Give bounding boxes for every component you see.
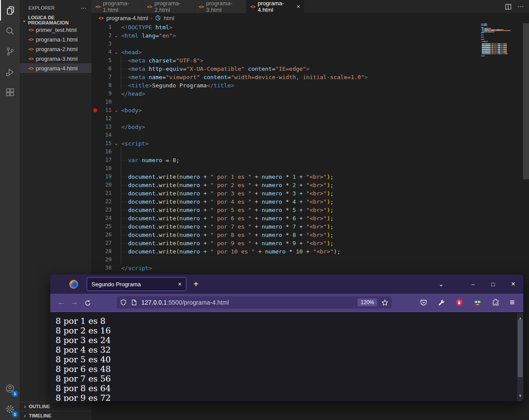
breakpoint-gutter[interactable] — [91, 31, 98, 40]
breadcrumb-symbol[interactable]: html — [164, 15, 175, 21]
code-line[interactable]: 7··<meta·name="viewport"·content="width=… — [91, 73, 529, 81]
breakpoint-gutter[interactable] — [91, 206, 98, 214]
code-line[interactable]: 28··document.write(numero·+·"·por·10·es·… — [91, 247, 529, 256]
breakpoint-gutter[interactable] — [91, 48, 98, 56]
zoom-level-badge[interactable]: 120% — [357, 299, 377, 306]
breakpoint-gutter[interactable] — [91, 239, 98, 247]
breakpoint-gutter[interactable] — [91, 40, 98, 48]
code-line[interactable]: 5··<meta·charset="UTF-8"> — [91, 56, 529, 65]
fold-chevron-icon[interactable]: ⌄ — [112, 139, 121, 148]
code-line[interactable]: 10 — [91, 98, 529, 106]
forward-button[interactable]: → — [68, 298, 81, 307]
breakpoint-gutter[interactable] — [91, 173, 98, 181]
browser-scrollbar[interactable]: ∧ ∨ — [517, 313, 523, 401]
breakpoint-gutter[interactable] — [91, 115, 98, 123]
source-control-icon[interactable] — [0, 41, 20, 62]
code-line[interactable]: 17··var·numero·=·8; — [91, 156, 529, 164]
file-item[interactable]: <>primer_test.html — [20, 25, 91, 35]
breakpoint-gutter[interactable] — [91, 189, 98, 198]
breakpoint-gutter[interactable] — [91, 148, 98, 156]
fold-chevron-icon[interactable]: ⌄ — [112, 31, 121, 40]
pocket-icon[interactable] — [420, 299, 427, 306]
code-line[interactable]: 8··<title>Segundo·Programa</title> — [91, 81, 529, 90]
scroll-down-icon[interactable]: ∨ — [517, 391, 523, 400]
code-line[interactable]: 12 — [91, 115, 529, 123]
code-editor[interactable]: 1<!DOCTYPE·html>2⌄<html·lang="en">34⌄<he… — [91, 23, 529, 272]
page-info-icon[interactable] — [131, 299, 137, 306]
url-text[interactable]: 127.0.0.1:5500/programa-4.html — [141, 299, 229, 306]
outline-section[interactable]: › OUTLINE — [20, 402, 91, 411]
code-line[interactable]: 13</body> — [91, 123, 529, 131]
breakpoint-gutter[interactable] — [91, 247, 98, 256]
editor-tab[interactable]: <>programa-3.html — [195, 0, 246, 13]
breakpoint-gutter[interactable] — [91, 65, 98, 73]
code-line[interactable]: 14 — [91, 131, 529, 139]
editor-tab[interactable]: <>programa-2.html — [143, 0, 195, 13]
code-line[interactable]: 11⌄<body> — [91, 106, 529, 115]
code-line[interactable]: 15⌄<script> — [91, 139, 529, 148]
code-line[interactable]: 26··document.write(numero·+·"·por·8·es·"… — [91, 231, 529, 239]
breadcrumb-file[interactable]: programa-4.html — [106, 15, 148, 21]
code-line[interactable]: 6··<meta·http-equiv="X-UA-Compatible"·co… — [91, 65, 529, 73]
list-tabs-icon[interactable]: ⌄ — [438, 281, 444, 288]
mask-extension-icon[interactable] — [473, 299, 482, 307]
code-line[interactable]: 22··document.write(numero·+·"·por·4·es·"… — [91, 198, 529, 206]
code-line[interactable]: 1<!DOCTYPE·html> — [91, 23, 529, 31]
file-item[interactable]: <>programa-1.html — [20, 35, 91, 44]
breakpoint-gutter[interactable] — [91, 198, 98, 206]
extensions-icon[interactable] — [0, 82, 20, 103]
menu-hamburger-icon[interactable]: ≡ — [510, 298, 515, 307]
breakpoint-gutter[interactable] — [91, 131, 98, 139]
url-bar[interactable]: 127.0.0.1:5500/programa-4.html 120% — [117, 296, 392, 309]
breakpoint-gutter[interactable] — [91, 123, 98, 131]
breakpoint-gutter[interactable] — [91, 90, 98, 98]
devtools-wrench-icon[interactable] — [438, 299, 445, 306]
bookmark-star-icon[interactable] — [381, 299, 389, 306]
editor-tab[interactable]: <>programa-4.html× — [246, 0, 305, 13]
close-window-button[interactable]: × — [503, 280, 523, 288]
explorer-more-icon[interactable]: ⋯ — [81, 4, 87, 11]
reload-button[interactable] — [81, 299, 94, 307]
settings-gear-icon[interactable]: 1 — [0, 399, 20, 419]
breakpoint-gutter[interactable] — [91, 256, 98, 264]
breakpoint-gutter[interactable] — [91, 214, 98, 222]
code-line[interactable]: 18 — [91, 164, 529, 173]
code-line[interactable]: 19··document.write(numero·+·"·por·1·es·"… — [91, 173, 529, 181]
split-editor-icon[interactable] — [504, 3, 512, 10]
security-extension-icon[interactable] — [455, 299, 463, 307]
breakpoint-gutter[interactable] — [91, 222, 98, 231]
breakpoint-gutter[interactable] — [91, 56, 98, 65]
code-line[interactable]: 2⌄<html·lang="en"> — [91, 31, 529, 40]
breakpoint-gutter[interactable] — [91, 264, 98, 272]
breakpoint-gutter[interactable] — [91, 73, 98, 81]
fold-chevron-icon[interactable]: ⌄ — [112, 106, 121, 115]
breakpoint-gutter[interactable] — [91, 164, 98, 173]
code-line[interactable]: 25··document.write(numero·+·"·por·7·es·"… — [91, 222, 529, 231]
editor-scrollbar[interactable] — [523, 23, 529, 179]
breakpoint-gutter[interactable] — [91, 139, 98, 148]
more-actions-icon[interactable]: ⋯ — [517, 3, 524, 10]
code-line[interactable]: 9</head> — [91, 90, 529, 98]
folder-row[interactable]: ⌄ LOGICA DE PROGRAMACION — [20, 15, 91, 25]
editor-tab[interactable]: <>programa-1.html — [91, 0, 143, 13]
breakpoint-indicator[interactable] — [91, 106, 98, 115]
breadcrumb[interactable]: <> programa-4.html › html — [91, 13, 529, 23]
breakpoint-gutter[interactable] — [91, 156, 98, 164]
code-line[interactable]: 20··document.write(numero·+·"·por·2·es·"… — [91, 181, 529, 189]
breakpoint-gutter[interactable] — [91, 231, 98, 239]
minimize-button[interactable]: – — [463, 281, 483, 288]
file-item[interactable]: <>programa-4.html — [20, 63, 91, 73]
code-line[interactable]: 3 — [91, 40, 529, 48]
code-line[interactable]: 30</script> — [91, 264, 529, 272]
browser-tab[interactable]: Segundo Programa × — [87, 277, 186, 291]
code-line[interactable]: 16 — [91, 148, 529, 156]
code-line[interactable]: 4⌄<head> — [91, 48, 529, 56]
breakpoint-gutter[interactable] — [91, 181, 98, 189]
scrollbar-thumb[interactable] — [518, 319, 523, 377]
breakpoint-gutter[interactable] — [91, 23, 98, 31]
run-debug-icon[interactable] — [0, 62, 20, 82]
code-line[interactable]: 27··document.write(numero·+·"·por·9·es·"… — [91, 239, 529, 247]
back-button[interactable]: ← — [55, 298, 68, 307]
code-line[interactable]: 21··document.write(numero·+·"·por·3·es·"… — [91, 189, 529, 198]
code-line[interactable]: 29 — [91, 256, 529, 264]
